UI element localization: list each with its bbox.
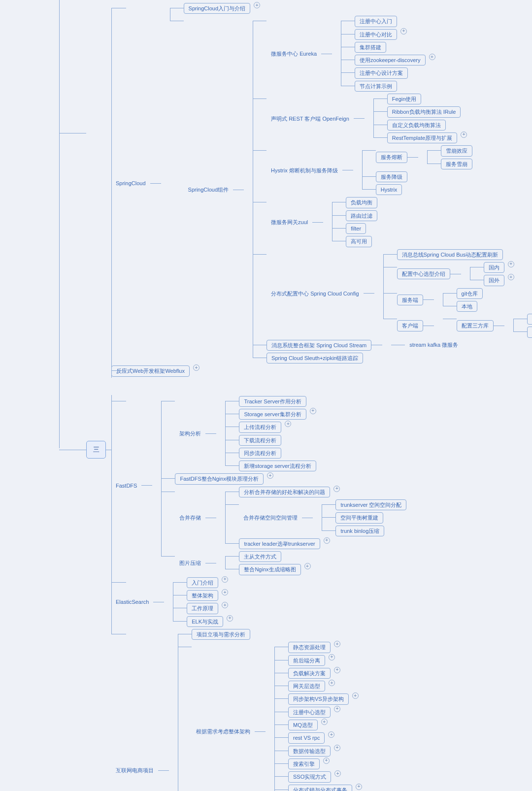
node-label[interactable]: 路由过滤 [346,210,377,221]
node-label[interactable]: 客户端 [397,320,423,331]
expand-icon[interactable]: + [310,408,316,414]
node-label[interactable]: 配置三方库 [457,320,494,331]
node-label[interactable]: 静态资源处理 [288,642,331,653]
node-label[interactable]: filter [346,223,366,234]
node-label[interactable]: 高可用 [346,236,372,247]
expand-icon[interactable]: + [267,472,273,479]
expand-icon[interactable]: + [222,576,228,583]
node-label[interactable]: 互联网电商项目 [111,765,158,775]
mindmap-node[interactable]: trunk binlog压缩 [322,525,406,537]
mindmap-node[interactable]: 前后端分离+ [274,654,362,667]
node-label[interactable]: 分布式配置中心 Spring Cloud Config [266,289,364,298]
node-label[interactable]: 注册中心选型 [288,707,331,718]
mindmap-node[interactable]: 合并存储分析合并存储的好处和解决的问题+合并存储空间空间管理trunkserve… [161,486,406,550]
mindmap-node[interactable]: 微服务网关zuul负载均衡路由过滤filter高可用 [253,196,532,248]
mindmap-node[interactable]: Fegin使用 [373,93,467,105]
mindmap-node[interactable]: 服务降级 [362,170,472,183]
mindmap-node[interactable]: 分析合并存储的好处和解决的问题+ [225,486,406,498]
node-label[interactable]: 注册中心对比 [355,29,397,40]
node-label[interactable]: 声明式 REST 客户端 OpenFeign [266,114,354,124]
mindmap-node[interactable]: 自定义负载均衡算法 [373,119,467,132]
expand-icon[interactable]: + [429,54,435,60]
expand-icon[interactable]: + [334,706,340,712]
mindmap-node[interactable]: filter [332,222,377,235]
node-label[interactable]: Tracker Server作用分析 [239,396,306,407]
mindmap-node[interactable]: 新增storage server流程分析 [225,460,316,472]
mindmap-node[interactable]: 工作原理+ [173,602,233,615]
node-label[interactable]: 整体架构 [187,590,218,601]
node-label[interactable]: 合并存储 [175,513,205,523]
mindmap-node[interactable]: 声明式 REST 客户端 OpenFeignFegin使用Ribbon负载均衡算… [253,93,532,144]
node-label[interactable]: SpringCloud入门与介绍 [184,3,251,14]
node-label[interactable]: 雪崩效应 [441,145,472,156]
node-label[interactable]: 微服务中心 Eureka [266,49,321,59]
node-label[interactable]: Spring Cloud Sleuth+zipkin链路追踪 [266,353,363,363]
node-label[interactable]: 集群搭建 [355,42,386,53]
mindmap-node[interactable]: 同步架构VS异步架构+ [274,692,362,705]
node-label[interactable]: 节点计算示例 [355,81,397,92]
node-label[interactable]: 国外 [484,275,504,286]
expand-icon[interactable]: + [193,364,200,371]
mindmap-node[interactable]: git仓库 [443,287,483,300]
mindmap-node[interactable]: Spring Cloud Sleuth+zipkin链路追踪 [253,352,532,364]
expand-icon[interactable]: + [323,758,330,764]
node-label[interactable]: 项目立项与需求分析 [192,629,250,640]
node-label[interactable]: SpringCloud组件 [184,185,233,195]
mindmap-node[interactable]: 同步流程分析 [225,447,316,460]
mindmap-node[interactable]: 反应式Web开发框架Webflux+ [111,364,532,377]
mindmap-node[interactable]: SpringCloud组件微服务中心 Eureka注册中心入门注册中心对比+集群… [170,15,532,364]
node-label[interactable]: 使用zookeeper-discovery [355,55,426,66]
node-label[interactable]: 上传流程分析 [239,422,281,432]
mindmap-node[interactable]: 使用zookeeper-discovery+ [341,54,435,66]
node-label[interactable]: 网关层选型 [288,681,325,692]
node-label[interactable]: 配置中心选型介绍 [397,268,450,279]
node-label[interactable]: 同步架构VS异步架构 [288,693,349,704]
mindmap-node[interactable]: rest VS rpc+ [274,731,362,744]
mindmap-node[interactable]: 合并存储空间空间管理trunkserver 空闲空间分配空间平衡树重建trunk… [225,498,406,537]
node-label[interactable]: 服务雪崩 [441,159,472,169]
node-label[interactable]: rest VS rpc [288,732,325,743]
mindmap-node[interactable]: 服务熔断雪崩效应服务雪崩 [362,144,472,170]
node-label[interactable]: git仓库 [457,288,483,299]
node-label[interactable]: ELK与实战 [187,616,223,627]
node-label[interactable]: 架构分析 [175,428,205,438]
expand-icon[interactable]: + [334,745,340,751]
expand-icon[interactable]: + [334,641,340,647]
node-label[interactable]: FastDFS整合Nginx模块原理分析 [175,473,264,484]
mindmap-node[interactable]: SpringCloud入门与介绍+ [170,2,532,15]
mindmap-node[interactable]: Ribbon负载均衡算法 IRule [373,105,467,118]
expand-icon[interactable]: + [328,731,334,738]
node-label[interactable]: 消息总线Spring Cloud Bus动态配置刷新 [397,249,503,260]
expand-icon[interactable]: + [333,486,340,492]
mindmap-node[interactable]: RestTemplate原理与扩展+ [373,132,467,144]
mindmap-node[interactable]: 根据需求考虑整体架构静态资源处理+前后端分离+负载解决方案+网关层选型+同步架构… [178,641,362,791]
node-label[interactable]: 分布式锁与分布式事务 [288,785,352,791]
node-label[interactable]: 注册中心入门 [355,16,397,27]
mindmap-node[interactable]: 注册中心设计方案 [341,66,435,79]
mindmap-node[interactable]: Spring Environment [513,326,532,338]
expand-icon[interactable]: + [324,537,330,544]
node-label[interactable]: 国内 [484,262,504,273]
node-label[interactable]: 前后端分离 [288,655,325,666]
mindmap-node[interactable]: 网关层选型+ [274,680,362,692]
mindmap-node[interactable]: 雪崩效应 [427,144,472,157]
node-label[interactable]: Storage server集群分析 [239,409,306,420]
node-label[interactable]: 根据需求考虑整体架构 [192,726,255,736]
node-label[interactable]: Ribbon负载均衡算法 IRule [387,106,461,117]
expand-icon[interactable]: + [321,719,328,725]
mindmap-node[interactable]: 入门介绍+ [173,576,233,589]
expand-icon[interactable]: + [352,692,359,699]
node-label[interactable]: 微服务网关zuul [266,217,312,227]
mindmap-node[interactable]: 静态资源处理+ [274,641,362,654]
expand-icon[interactable]: + [329,654,335,660]
mindmap-node[interactable]: 注册中心对比+ [341,28,435,41]
mindmap-node[interactable]: Storage server集群分析+ [225,408,316,421]
mindmap-canvas[interactable]: 三 SpringCloudSpringCloud入门与介绍+SpringClou… [0,0,532,791]
mindmap-node[interactable]: 高可用 [332,235,377,248]
mindmap-node[interactable]: 消息系统整合框架 Spring Cloud Streamstream kafka… [253,339,532,352]
expand-icon[interactable]: + [508,261,514,267]
expand-icon[interactable]: + [329,680,335,686]
mindmap-node[interactable]: 配置中心选型介绍国内+国外+ [383,261,532,287]
node-label[interactable]: 消息系统整合框架 Spring Cloud Stream [266,340,371,351]
mindmap-node[interactable]: 数据传输选型+ [274,745,362,758]
